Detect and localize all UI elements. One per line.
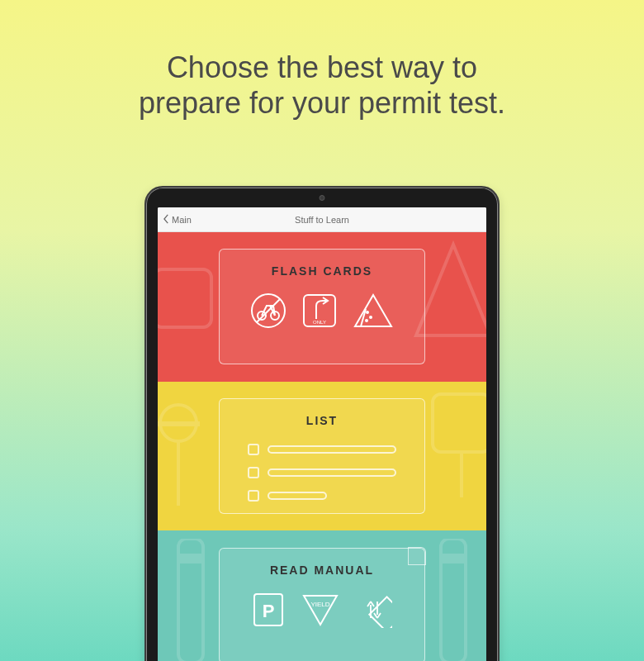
- back-button[interactable]: Main: [158, 214, 192, 226]
- hero-heading: Choose the best way to prepare for your …: [0, 0, 644, 121]
- read-manual-section: READ MANUAL P YIELD: [158, 530, 486, 661]
- navbar: Main Stuff to Learn: [158, 207, 486, 232]
- svg-text:ONLY: ONLY: [313, 320, 326, 325]
- hero-line-1: Choose the best way to: [167, 50, 477, 84]
- svg-point-9: [365, 319, 368, 322]
- list-card[interactable]: LIST: [219, 398, 425, 514]
- svg-text:P: P: [263, 601, 275, 621]
- list-row: [248, 467, 396, 478]
- read-manual-title: READ MANUAL: [270, 564, 374, 577]
- list-row: [248, 490, 396, 502]
- back-label: Main: [172, 215, 192, 225]
- tablet-frame: Main Stuff to Learn FLASH CARDS: [144, 186, 500, 661]
- tablet-camera: [320, 195, 325, 201]
- chevron-left-icon: [163, 214, 172, 226]
- svg-rect-18: [441, 554, 466, 564]
- study-sections: FLASH CARDS: [158, 232, 486, 661]
- svg-point-8: [369, 316, 372, 319]
- page-title: Stuff to Learn: [158, 215, 486, 225]
- read-manual-icons: P YIELD: [252, 592, 392, 631]
- svg-rect-13: [433, 394, 486, 452]
- page-corner-icon: [408, 547, 426, 565]
- list-title: LIST: [306, 414, 338, 427]
- flash-cards-title: FLASH CARDS: [272, 264, 372, 278]
- no-bike-sign-icon: [250, 292, 286, 332]
- app-screen: Main Stuff to Learn FLASH CARDS: [158, 207, 486, 661]
- two-way-traffic-sign-icon: [356, 592, 392, 631]
- right-turn-only-sign-icon: ONLY: [301, 292, 338, 332]
- list-rows-illustration: [248, 444, 396, 502]
- yield-sign-icon: YIELD: [300, 592, 341, 631]
- svg-rect-22: [369, 597, 392, 628]
- parking-sign-icon: P: [252, 592, 285, 631]
- hero-line-2: prepare for your permit test.: [139, 86, 505, 120]
- falling-rocks-sign-icon: [353, 292, 394, 332]
- svg-rect-0: [158, 269, 211, 327]
- svg-rect-11: [158, 421, 200, 426]
- flash-cards-section: FLASH CARDS: [158, 232, 486, 382]
- svg-point-7: [366, 311, 369, 314]
- flash-cards-icons: ONLY: [250, 292, 394, 332]
- flash-cards-card[interactable]: FLASH CARDS: [219, 249, 425, 364]
- svg-text:YIELD: YIELD: [310, 601, 329, 608]
- list-section: LIST: [158, 382, 486, 531]
- list-row: [248, 444, 396, 455]
- svg-rect-16: [178, 554, 203, 564]
- read-manual-card[interactable]: READ MANUAL P YIELD: [219, 548, 425, 661]
